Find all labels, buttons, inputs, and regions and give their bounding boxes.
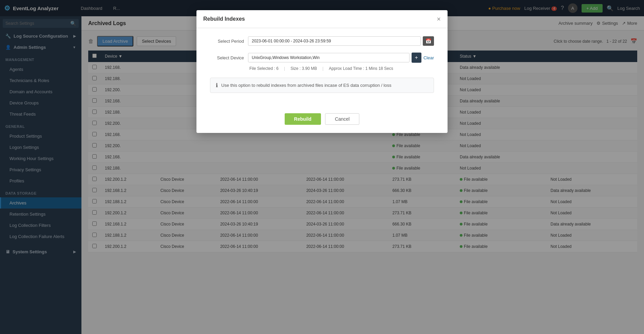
cancel-button[interactable]: Cancel (325, 113, 360, 125)
clear-button[interactable]: Clear (423, 55, 434, 60)
select-period-row: Select Period 📅 (210, 36, 434, 46)
modal-overlay: Rebuild Indexes × Select Period 📅 Select… (0, 0, 644, 334)
info-icon: ℹ (216, 82, 218, 89)
modal-header: Rebuild Indexes × (196, 10, 448, 28)
date-input-group: 📅 (248, 36, 434, 46)
select-period-label: Select Period (210, 39, 244, 44)
modal-body: Select Period 📅 Select Device + Clear Fi… (196, 28, 448, 108)
file-info: File Selected : 6 | Size : 3.90 MB | App… (249, 66, 434, 71)
rebuild-indexes-modal: Rebuild Indexes × Select Period 📅 Select… (196, 10, 448, 133)
select-device-label: Select Device (210, 55, 244, 60)
info-box: ℹ Use this option to rebuild indexes fro… (210, 78, 434, 93)
modal-title: Rebuild Indexes (203, 16, 245, 22)
calendar-button[interactable]: 📅 (423, 36, 434, 46)
info-text: Use this option to rebuild indexes from … (221, 83, 391, 88)
file-selected-count: File Selected : 6 (249, 66, 279, 71)
modal-footer: Rebuild Cancel (196, 108, 448, 133)
rebuild-button[interactable]: Rebuild (285, 113, 321, 125)
file-size: Size : 3.90 MB (290, 66, 317, 71)
modal-close-button[interactable]: × (437, 16, 441, 22)
add-device-button[interactable]: + (412, 53, 421, 63)
device-input[interactable] (248, 53, 410, 62)
date-range-input[interactable] (248, 36, 421, 46)
select-device-row: Select Device + Clear (210, 53, 434, 63)
approx-load-time: Approx Load Time : 1 Mins 18 Secs (329, 66, 393, 71)
device-input-group: + Clear (248, 53, 434, 63)
